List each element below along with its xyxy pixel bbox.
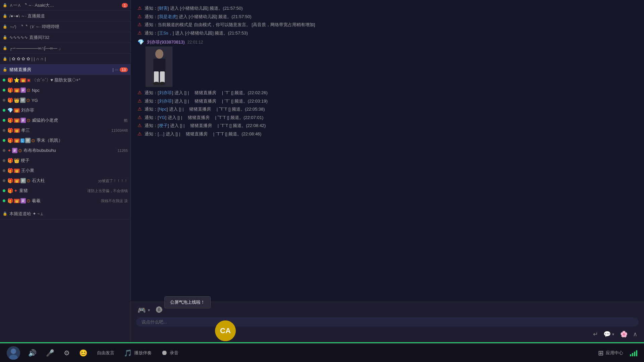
game-toolbar-button[interactable]: 🎮 ▼: [136, 305, 152, 315]
lock-icon: 🔒: [3, 24, 7, 29]
apps-grid-icon: ⊞: [598, 349, 604, 357]
expand-button[interactable]: ∧: [632, 329, 639, 339]
channel-item-5[interactable]: 🔒 ┌∽—————∞∩∫—∞— 」: [0, 43, 130, 54]
notification-4: ⚠ 通知：[王Ss，] 进入 [小猪猪幼儿园] 频道。(21:57:53): [138, 30, 637, 37]
lock-icon: 🔒: [3, 212, 7, 216]
user-item-6[interactable]: 🎁 👑 孝三 11503448: [0, 125, 130, 135]
msg-username[interactable]: 刘亦菲(933870813): [147, 39, 185, 45]
svg-rect-2: [153, 59, 165, 72]
user-name: 孝三: [21, 127, 110, 133]
channel-item-6[interactable]: 🔒 | ✿ ✿ ✿ ✿ | | ∩ ∩ |: [0, 54, 130, 64]
user-item-5[interactable]: 🎁 👑 蒙 ⊙ 威猛的小老虎 酷: [0, 115, 130, 125]
alert-icon: ⚠: [138, 30, 142, 36]
lock-icon: 🔒: [3, 57, 7, 61]
user-icons: 🎁 ✦: [7, 188, 18, 193]
user-name: 童猪: [19, 188, 86, 194]
user-extra: 谨防上当受骗，不会借钱: [87, 188, 128, 193]
notif-text: 通知：[刘亦菲] 进入 [| | 猪猪直播房 | ˉTˉ |] 频道。(22:0…: [145, 98, 637, 105]
user-item-13[interactable]: 🎁 👑 蒙 ⊙ 羲羲 我钱不在我这 汲: [0, 196, 130, 206]
apps-button[interactable]: ⊞ 应用中心: [595, 348, 626, 358]
ca-text: CA: [220, 326, 231, 335]
user-icons: 🎁 👑 蒙 ⊙: [7, 198, 31, 203]
user-item-7[interactable]: 🎁 👑 L 财 ⊙ 季末（凯凯）: [0, 135, 130, 145]
volume-icon: 🔊: [28, 349, 37, 357]
user-name: YG: [32, 98, 128, 103]
channel-item-1[interactable]: 🔒 ∧一∧ 〝 ～· Asaki大… 1: [0, 0, 130, 11]
settings-button[interactable]: ⚙: [61, 348, 72, 358]
free-speech-button[interactable]: 自由发言: [94, 349, 117, 357]
svg-point-8: [11, 349, 16, 354]
user-name: 刘亦菲: [21, 107, 128, 113]
online-indicator: [3, 129, 5, 132]
user-icons: 🎁 👑 财 ⊙: [7, 178, 31, 183]
online-indicator: [3, 139, 5, 142]
ca-badge[interactable]: CA: [215, 320, 236, 341]
main-content: ⚠ 通知：[财害] 进入 [小猪猪幼儿园] 频道。(21:57:50) ⚠ 通知…: [131, 0, 644, 343]
alert-icon: ⚠: [138, 123, 142, 128]
notification-5: ⚠ 通知：[刘亦菲] 进入 [| | 猪猪直播房 | ˉTˉ |] 频道。(22…: [138, 89, 637, 96]
channel-more[interactable]: ···: [115, 67, 118, 72]
notif-link[interactable]: 王Ss，: [159, 31, 173, 36]
channel-name: ∿∿∿∿∿ 直播间732: [9, 35, 128, 41]
chat-input-wrapper: [136, 317, 639, 326]
user-item-2[interactable]: 🎁 👑 蒙 ⊙ Npc: [0, 85, 130, 95]
channel-item-7[interactable]: 🔓 猪猪直播房 | ··· 13: [0, 64, 130, 75]
flower-button[interactable]: 🌸: [619, 329, 629, 339]
notif-link[interactable]: YG: [159, 115, 165, 120]
user-gem-icon: 💎: [138, 39, 144, 45]
notif-text: 通知：[YG] 进入 [| | 猪猪直播房 | ˜TˉT |] 频道。(22:0…: [145, 114, 637, 121]
user-item-1[interactable]: 🎁 ⭐ 👑 ▣ 〈☆´○`〉♥ 脂肪女孩◇+°: [0, 75, 130, 85]
game-icon: 🎮: [138, 306, 146, 314]
emoji-button[interactable]: 😊: [76, 348, 90, 358]
user-name: 石大杜: [32, 178, 97, 184]
comment-button[interactable]: 💬 ▼: [602, 329, 616, 339]
lock-icon: 🔒: [3, 46, 7, 50]
msg-image[interactable]: [146, 47, 172, 87]
channel-item-4[interactable]: 🔒 ∿∿∿∿∿ 直播间732: [0, 32, 130, 43]
unlock-icon: 🔓: [3, 67, 7, 72]
notif-text: 通知：[王Ss，] 进入 [小猪猪幼儿园] 频道。(21:57:53): [145, 30, 637, 37]
notif-link[interactable]: 财害: [159, 6, 168, 11]
mic-icon: 🎤: [46, 349, 54, 357]
user-extra: yy被盗了！！！！: [98, 178, 128, 183]
user-item-10[interactable]: 🎁 👑 王小果: [0, 166, 130, 176]
svg-point-1: [155, 49, 163, 59]
input-toolbar: 🎮 ▼ 🅐: [136, 305, 639, 315]
svg-rect-4: [160, 71, 165, 83]
user-name: Npc: [32, 88, 128, 93]
notif-link[interactable]: 梗子: [159, 123, 168, 128]
music-label: 播放伴奏: [134, 350, 152, 356]
notif-link[interactable]: 我是老虎: [159, 14, 176, 19]
tooltip-text: 公屏气泡上线啦！: [170, 300, 205, 305]
user-item-12[interactable]: 🎁 ✦ 童猪 谨防上当受骗，不会借钱: [0, 186, 130, 196]
volume-button[interactable]: 🔊: [25, 348, 39, 358]
user-item-3[interactable]: 🎁 👑 财 ⊙ YG: [0, 95, 130, 105]
bottom-right: ⊞ 应用中心: [595, 348, 637, 358]
user-item-9[interactable]: 🎁 👑 梗子: [0, 156, 130, 166]
translate-toolbar-button[interactable]: 🅐: [155, 305, 164, 315]
channel-item-3[interactable]: 🔒 ～∕）〝〝（\∕ ～· 哔哩哔哩: [0, 21, 130, 32]
channel-item-2[interactable]: 🔒 /●~●\ ～· 直播频道: [0, 11, 130, 21]
online-indicator: [3, 99, 5, 102]
record-button[interactable]: ⏺ 录音: [158, 348, 181, 358]
free-speech-label: 自由发言: [97, 350, 114, 356]
user-name: 〈☆´○`〉♥ 脂肪女孩◇+°: [32, 77, 128, 83]
dropdown-icon: ▼: [611, 333, 615, 336]
msg-header: 💎 刘亦菲(933870813) 22:01:12: [138, 39, 637, 45]
user-item-8[interactable]: ✦ 蒙 ⊙ 布布布bububuhu 11265: [0, 145, 130, 156]
chat-input[interactable]: [142, 319, 633, 324]
channel-locked-bottom[interactable]: 🔒 本频道道哈 ✦ ~⊥: [0, 208, 130, 219]
notif-link[interactable]: 刘亦菲: [159, 99, 172, 104]
notif-text: 通知：[梗子] 进入 [| | 猪猪直播房 | ˉTˉT |] 频道。(22:0…: [145, 122, 637, 129]
user-avatar[interactable]: [7, 346, 20, 360]
notif-link[interactable]: 刘亦菲: [159, 90, 172, 95]
enter-send-button[interactable]: ↵: [592, 329, 599, 339]
notif-link[interactable]: Npc: [159, 107, 167, 112]
user-icons: 🎁 👑 蒙 ⊙: [7, 87, 31, 93]
channel-name: | ✿ ✿ ✿ ✿ | | ∩ ∩ |: [9, 56, 128, 61]
user-item-4[interactable]: 💎 👑 刘亦菲: [0, 105, 130, 115]
user-item-11[interactable]: 🎁 👑 财 ⊙ 石大杜 yy被盗了！！！！: [0, 176, 130, 186]
mic-button[interactable]: 🎤: [43, 348, 57, 358]
alert-icon: ⚠: [138, 5, 142, 11]
music-button[interactable]: 🎵 播放伴奏: [121, 348, 154, 358]
